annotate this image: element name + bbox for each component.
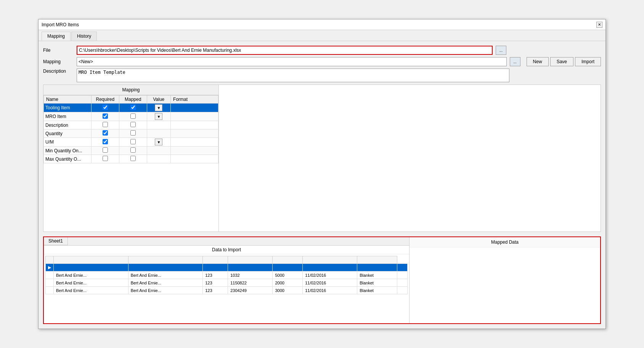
data-table-row[interactable]: Bert And Ernie...Bert And Ernie...123230… (46, 287, 408, 294)
required-checkbox[interactable] (103, 156, 108, 161)
mapping-row[interactable]: Min Quantity On... (44, 147, 218, 155)
mapped-checkbox[interactable] (130, 105, 136, 110)
mapping-format-cell (171, 155, 218, 163)
description-row: Description (43, 69, 601, 82)
mapping-required-cell[interactable] (91, 129, 119, 138)
file-label: File (43, 48, 74, 53)
mapped-checkbox[interactable] (130, 122, 136, 127)
required-checkbox[interactable] (103, 147, 108, 153)
data-table-container: ▶Bert And Ernie...Bert And Ernie...12310… (44, 254, 409, 323)
mapping-mapped-cell[interactable] (119, 121, 147, 129)
col-name: Name (44, 96, 92, 104)
mapping-browse-button[interactable]: ... (510, 57, 520, 66)
mapped-checkbox[interactable] (130, 147, 136, 153)
title-bar: Import MRO Items ✕ (39, 19, 605, 30)
file-browse-button[interactable]: ... (496, 46, 506, 55)
value-dropdown[interactable]: ▼ (155, 139, 162, 145)
data-cell: 123 (203, 279, 228, 287)
mapping-required-cell[interactable] (91, 155, 119, 163)
data-import-label: Data to Import (44, 246, 409, 254)
action-buttons: New Save Import (527, 57, 601, 66)
mapping-required-cell[interactable] (91, 147, 119, 155)
mapping-row[interactable]: U/M▼ (44, 138, 218, 147)
mapping-row[interactable]: Tooling Item▼ (44, 104, 218, 112)
required-checkbox[interactable] (103, 139, 108, 144)
mapping-required-cell[interactable] (91, 104, 119, 112)
data-cell: Bert And Ernie... (128, 271, 203, 279)
mapping-required-cell[interactable] (91, 112, 119, 121)
mapping-mapped-cell[interactable] (119, 129, 147, 138)
mapping-required-cell[interactable] (91, 138, 119, 147)
row-indicator (46, 279, 54, 287)
data-cell: 11/02/2016 (303, 287, 357, 294)
row-indicator (46, 287, 54, 294)
data-cell: 3000 (273, 287, 303, 294)
data-cell (54, 264, 128, 271)
window-title: Import MRO Items (42, 22, 79, 27)
description-label: Description (43, 69, 74, 74)
data-cell (303, 264, 357, 271)
col-value: Value (147, 96, 170, 104)
data-cell: 1032 (228, 271, 273, 279)
mapping-table: Name Required Mapped Value Format Toolin… (43, 95, 218, 163)
required-checkbox[interactable] (103, 113, 108, 119)
mapping-value-cell[interactable] (147, 121, 170, 129)
mapped-data-label: Mapped Data (410, 237, 600, 247)
mapped-checkbox[interactable] (130, 113, 136, 119)
import-button[interactable]: Import (575, 57, 601, 66)
close-button[interactable]: ✕ (596, 22, 602, 28)
data-cell: Bert And Ernie... (54, 271, 128, 279)
value-dropdown[interactable]: ▼ (155, 113, 162, 120)
data-cell (397, 264, 407, 271)
mapping-value-cell[interactable]: ▼ (147, 138, 170, 147)
mapping-row[interactable]: MRO Item▼ (44, 112, 218, 121)
mapping-row[interactable]: Max Quantity O... (44, 155, 218, 163)
data-cell: 11/02/2016 (303, 271, 357, 279)
tab-history[interactable]: History (71, 32, 97, 41)
required-checkbox[interactable] (103, 122, 108, 127)
mapping-mapped-cell[interactable] (119, 104, 147, 112)
mapping-row[interactable]: Description (44, 121, 218, 129)
mapping-mapped-cell[interactable] (119, 147, 147, 155)
mapping-mapped-cell[interactable] (119, 155, 147, 163)
required-checkbox[interactable] (103, 130, 108, 136)
data-cell: 123 (203, 287, 228, 294)
row-indicator (46, 271, 54, 279)
mapping-value-cell[interactable]: ▼ (147, 104, 170, 112)
new-button[interactable]: New (527, 57, 549, 66)
required-checkbox[interactable] (103, 105, 108, 110)
mapping-required-cell[interactable] (91, 121, 119, 129)
mapping-format-cell (171, 129, 218, 138)
mapping-row-name: U/M (44, 138, 92, 147)
data-table-row[interactable]: Bert And Ernie...Bert And Ernie...123115… (46, 279, 408, 287)
description-input[interactable] (77, 69, 509, 82)
mapping-value-cell[interactable] (147, 147, 170, 155)
mapping-value-cell[interactable] (147, 155, 170, 163)
mapping-mapped-cell[interactable] (119, 138, 147, 147)
bottom-section: Sheet1 Data to Import ▶Bert And Ernie...… (43, 236, 601, 324)
mapping-row-name: Max Quantity O... (44, 155, 92, 163)
data-cell: 2304249 (228, 287, 273, 294)
mapping-value-cell[interactable] (147, 129, 170, 138)
file-input[interactable] (77, 46, 493, 55)
mapping-label: Mapping (43, 59, 74, 64)
data-cell (397, 271, 407, 279)
row-indicator: ▶ (46, 264, 54, 271)
save-button[interactable]: Save (550, 57, 573, 66)
mapping-row-name: MRO Item (44, 112, 92, 121)
mapped-checkbox[interactable] (130, 130, 136, 136)
mapping-mapped-cell[interactable] (119, 112, 147, 121)
sheet-tab[interactable]: Sheet1 (44, 237, 68, 245)
data-table-row[interactable]: Bert And Ernie...Bert And Ernie...123103… (46, 271, 408, 279)
file-row: File ... (43, 46, 601, 55)
mapping-value-cell[interactable]: ▼ (147, 112, 170, 121)
data-table-row[interactable]: ▶ (46, 264, 408, 271)
mapping-row[interactable]: Quantity (44, 129, 218, 138)
data-cell: Bert And Ernie... (54, 279, 128, 287)
value-dropdown[interactable]: ▼ (155, 104, 162, 111)
mapping-input[interactable] (77, 57, 507, 66)
mapping-row-name: Min Quantity On... (44, 147, 92, 155)
mapped-checkbox[interactable] (130, 156, 136, 161)
mapped-checkbox[interactable] (130, 139, 136, 144)
tab-mapping[interactable]: Mapping (42, 32, 71, 41)
